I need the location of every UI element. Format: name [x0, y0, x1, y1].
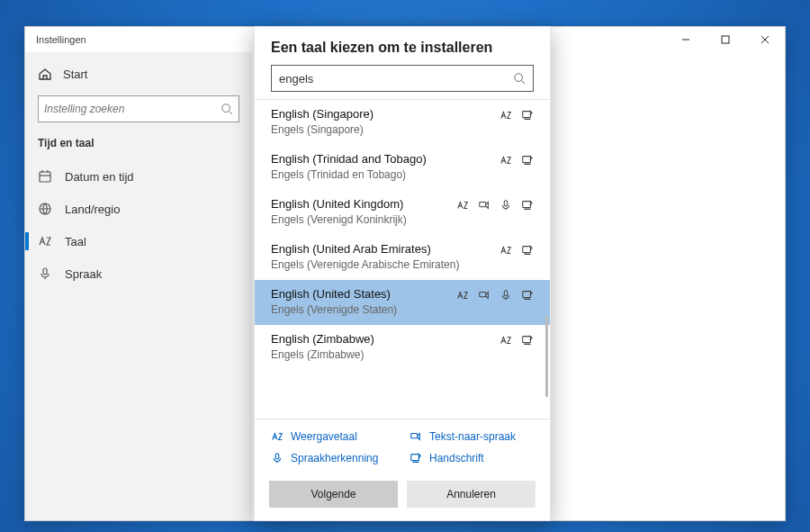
sidebar-item-az[interactable]: Taal: [32, 225, 245, 257]
language-name: English (Singapore): [271, 107, 534, 121]
sidebar-item-label: Taal: [65, 235, 86, 248]
svg-rect-16: [480, 203, 486, 207]
feature-mic-icon: [500, 289, 512, 305]
language-search-input[interactable]: [279, 72, 513, 86]
svg-rect-18: [523, 202, 531, 208]
az-icon: [500, 109, 512, 122]
settings-search[interactable]: [38, 95, 239, 122]
language-item[interactable]: English (Zimbabwe)Engels (Zimbabwe): [255, 325, 550, 370]
az-icon: [38, 234, 52, 248]
sidebar-item-label: Land/regio: [65, 203, 120, 216]
svg-line-13: [522, 81, 526, 85]
feature-az-icon: [500, 154, 512, 170]
dialog-buttons: Volgende Annuleren: [255, 473, 550, 520]
svg-rect-23: [523, 337, 531, 343]
feature-az-icon: [456, 199, 469, 215]
maximize-button[interactable]: [706, 27, 745, 52]
mic-icon: [38, 266, 52, 281]
hand-icon: [521, 109, 534, 122]
language-subtitle: Engels (Trinidad en Tobago): [271, 168, 534, 181]
tts-icon: [410, 430, 422, 443]
feature-tts-icon: [478, 289, 490, 305]
az-icon: [456, 289, 469, 302]
sidebar: Start Tijd en taal Datum en tijdLand/reg…: [25, 52, 252, 520]
az-icon: [500, 334, 512, 347]
language-subtitle: Engels (Verenigde Staten): [271, 303, 534, 316]
home-link[interactable]: Start: [32, 61, 245, 94]
az-icon: [456, 199, 469, 212]
legend-speech-label: Spraakherkenning: [291, 452, 378, 464]
sidebar-item-label: Spraak: [65, 267, 102, 281]
next-button[interactable]: Volgende: [269, 481, 398, 508]
window-caption-buttons: [666, 27, 785, 52]
dialog-title: Een taal kiezen om te installeren: [255, 27, 550, 65]
scrollbar-thumb[interactable]: [545, 316, 548, 397]
home-icon: [38, 67, 52, 81]
sidebar-item-globe[interactable]: Land/regio: [32, 193, 245, 225]
mic-icon: [500, 289, 512, 302]
cancel-button[interactable]: Annuleren: [407, 481, 536, 508]
sidebar-item-calendar[interactable]: Datum en tijd: [32, 160, 245, 193]
close-button[interactable]: [745, 27, 785, 52]
legend-speech: Spraakherkenning: [271, 452, 388, 464]
home-label: Start: [63, 68, 87, 81]
language-search[interactable]: [271, 65, 534, 92]
hand-icon: [521, 244, 534, 257]
svg-rect-14: [523, 112, 531, 118]
svg-rect-17: [504, 201, 508, 206]
feature-legend: Weergavetaal Tekst-naar-spraak Spraakher…: [255, 419, 550, 473]
svg-rect-21: [504, 291, 508, 296]
svg-rect-20: [480, 293, 486, 297]
mic-icon: [500, 199, 512, 212]
legend-display-label: Weergavetaal: [291, 430, 357, 443]
svg-rect-11: [43, 268, 47, 275]
svg-rect-24: [411, 434, 418, 438]
svg-rect-25: [275, 454, 279, 459]
svg-rect-1: [722, 36, 729, 43]
minimize-button[interactable]: [666, 27, 706, 52]
settings-search-input[interactable]: [44, 103, 220, 115]
feature-az-icon: [500, 109, 512, 125]
feature-mic-icon: [500, 199, 512, 215]
language-feature-icons: [500, 109, 534, 125]
svg-rect-15: [523, 157, 531, 163]
feature-hand-icon: [521, 289, 534, 305]
language-subtitle: Engels (Zimbabwe): [271, 348, 534, 361]
language-name: English (Trinidad and Tobago): [271, 152, 534, 166]
legend-tts: Tekst-naar-spraak: [410, 430, 526, 443]
sidebar-item-label: Datum en tijd: [65, 170, 134, 184]
mic-icon: [271, 452, 284, 464]
language-item[interactable]: English (United States)Engels (Verenigde…: [255, 280, 550, 325]
hand-icon: [521, 334, 534, 347]
language-picker-dialog: Een taal kiezen om te installeren Englis…: [254, 26, 551, 521]
language-feature-icons: [500, 154, 534, 170]
feature-hand-icon: [521, 244, 534, 260]
language-item[interactable]: English (Singapore)Engels (Singapore): [255, 100, 550, 145]
feature-hand-icon: [521, 109, 534, 125]
language-subtitle: Engels (Singapore): [271, 123, 534, 136]
hand-icon: [521, 289, 534, 302]
sidebar-section-title: Tijd en taal: [32, 137, 245, 158]
language-feature-icons: [500, 244, 534, 260]
language-feature-icons: [456, 289, 534, 305]
feature-hand-icon: [521, 154, 534, 170]
language-name: English (Zimbabwe): [271, 332, 534, 346]
language-item[interactable]: English (United Kingdom)Engels (Verenigd…: [255, 190, 550, 235]
search-icon: [220, 103, 233, 115]
az-icon: [271, 430, 284, 443]
legend-tts-label: Tekst-naar-spraak: [429, 430, 516, 443]
hand-icon: [521, 154, 534, 167]
svg-rect-22: [523, 292, 531, 298]
language-feature-icons: [500, 334, 534, 350]
sidebar-item-mic[interactable]: Spraak: [32, 257, 245, 290]
language-subtitle: Engels (Verenigde Arabische Emiraten): [271, 258, 534, 271]
calendar-icon: [38, 169, 52, 184]
svg-rect-19: [523, 247, 531, 253]
globe-icon: [38, 202, 52, 216]
svg-point-12: [515, 74, 523, 82]
language-list[interactable]: English (Singapore)Engels (Singapore)Eng…: [255, 100, 550, 419]
language-item[interactable]: English (Trinidad and Tobago)Engels (Tri…: [255, 145, 550, 190]
az-icon: [500, 154, 512, 167]
language-item[interactable]: English (United Arab Emirates)Engels (Ve…: [255, 235, 550, 280]
tts-icon: [478, 199, 490, 212]
